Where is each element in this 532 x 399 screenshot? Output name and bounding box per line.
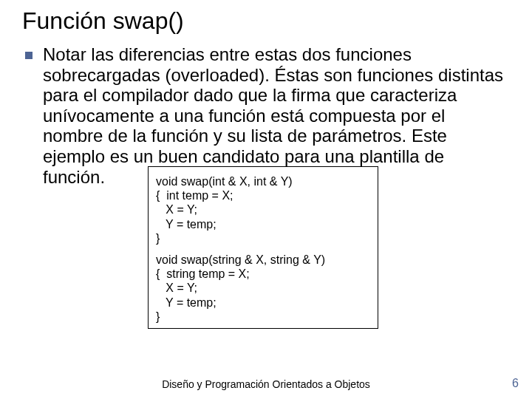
slide-title: Función swap() xyxy=(22,7,184,35)
code-box: void swap(int & X, int & Y) { int temp =… xyxy=(148,166,378,329)
square-bullet-icon xyxy=(25,52,33,59)
code-swap-int: void swap(int & X, int & Y) { int temp =… xyxy=(156,174,370,245)
code-swap-string: void swap(string & X, string & Y) { stri… xyxy=(156,253,370,324)
slide: Función swap() Notar las diferencias ent… xyxy=(0,0,532,399)
footer-text: Diseño y Programación Orientados a Objet… xyxy=(0,378,532,390)
page-number: 6 xyxy=(512,377,519,390)
